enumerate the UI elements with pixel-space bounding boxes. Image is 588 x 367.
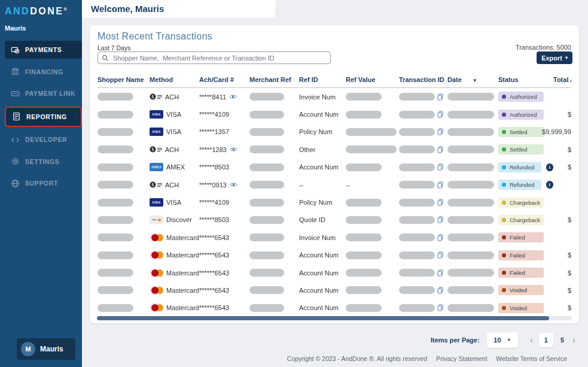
transaction-id-cell — [399, 181, 447, 189]
ach-card-number: ******8503 — [199, 216, 249, 223]
sidebar-item-support[interactable]: SUPPORT — [5, 174, 82, 192]
avatar: M — [21, 342, 35, 356]
merchant-ref-placeholder — [249, 163, 284, 171]
method-label: ACH — [165, 93, 179, 101]
status-label: Failed — [510, 252, 525, 259]
sidebar-item-label: SETTINGS — [25, 158, 59, 165]
table-row[interactable]: VISAVISA******1357Policy NumSettled$9,99… — [90, 123, 571, 141]
sidebar-item-developer[interactable]: DEVELOPER — [5, 131, 82, 148]
copy-icon[interactable] — [437, 146, 443, 153]
privacy-statement-link[interactable]: Privacy Statement — [436, 355, 487, 362]
merchant-ref-placeholder — [249, 286, 284, 294]
table-row[interactable]: Discover******8503Quote IDChargeback$ — [90, 211, 571, 229]
table-row[interactable]: VISAVISA******4109Account NumAuthorized$ — [90, 105, 571, 123]
ach-card-number: *****1283 — [199, 146, 249, 153]
refund-info-icon[interactable]: i — [546, 163, 553, 171]
transaction-id-cell — [399, 199, 447, 207]
copy-icon[interactable] — [437, 181, 443, 189]
ref-id: Invoice Num — [299, 234, 346, 241]
method-label: VISA — [166, 199, 181, 206]
table-row[interactable]: Mastercard******6543Account NumFailed$ — [90, 247, 571, 264]
table-row[interactable]: Mastercard******6543Invoice NumFailed — [90, 229, 571, 246]
method-cell: $ACH — [150, 181, 199, 189]
date-placeholder — [447, 145, 494, 153]
current-page-button[interactable]: 1 — [539, 333, 553, 347]
ref-value — [346, 145, 399, 153]
show-number-eye-icon[interactable] — [230, 182, 237, 187]
shopper-name-placeholder — [98, 128, 133, 136]
previous-page-button[interactable]: ‹ — [526, 335, 537, 345]
card-subtitle: Last 7 Days — [98, 44, 130, 51]
method-label: Mastercard — [166, 304, 199, 311]
items-per-page-select[interactable]: 10 ▼ — [487, 332, 518, 348]
copy-icon[interactable] — [437, 128, 443, 135]
date-placeholder — [447, 111, 494, 119]
copy-icon[interactable] — [437, 111, 443, 118]
amex-icon: AMEX — [150, 163, 163, 171]
table-row[interactable]: Mastercard******6543Account NumFailed$ — [90, 264, 571, 281]
export-button[interactable]: Export ▾ — [537, 51, 572, 64]
method-cell: Mastercard — [150, 250, 199, 260]
status-label: Chargeback — [510, 217, 540, 223]
shopper-name-placeholder — [98, 286, 133, 294]
sidebar-item-financing[interactable]: FINANCING — [5, 63, 82, 81]
copy-icon[interactable] — [437, 251, 443, 259]
sidebar-item-reporting[interactable]: REPORTING — [5, 107, 82, 127]
page-header: Welcome, Mauris — [82, 0, 275, 18]
copy-icon[interactable] — [437, 163, 443, 171]
status-badge: Refunded — [498, 180, 541, 190]
ach-card-number: *****8411 — [199, 93, 249, 101]
method-label: VISA — [166, 128, 181, 135]
table-row[interactable]: Mastercard******6543Account NumVoided$ — [90, 299, 571, 317]
table-row[interactable]: AMEXAMEX******8503Account NumRefundedi$ — [90, 159, 571, 176]
ref-value — [346, 233, 399, 241]
refund-info-icon[interactable]: i — [546, 181, 553, 189]
transaction-id-placeholder — [399, 233, 435, 241]
search-input[interactable] — [112, 54, 330, 62]
copy-icon[interactable] — [437, 234, 443, 241]
show-number-eye-icon[interactable] — [230, 147, 237, 152]
status-label: Authorized — [510, 93, 537, 100]
copy-icon[interactable] — [437, 269, 443, 277]
terms-of-service-link[interactable]: Website Terms of Service — [496, 355, 567, 362]
ach-card-number: ******4109 — [199, 199, 249, 206]
sidebar-item-payment-link[interactable]: PAYMENT LINK — [5, 84, 82, 102]
table-row[interactable]: Mastercard******6543Account NumVoided$ — [90, 281, 571, 299]
date-placeholder — [447, 233, 494, 241]
settings-icon — [11, 157, 20, 166]
copyright-text: Copyright © 2023 - AndDone ®. All rights… — [287, 355, 427, 362]
horizontal-scrollbar-track[interactable] — [97, 316, 572, 320]
sidebar-item-settings[interactable]: SETTINGS — [5, 153, 82, 171]
table-row[interactable]: $ACH*****8411Invoice NumAuthorized — [90, 88, 571, 105]
user-menu[interactable]: M Mauris — [17, 338, 75, 360]
table-row[interactable]: VISAVISA******4109Policy NumChargeback — [90, 193, 571, 211]
method-cell: $ACH — [150, 146, 199, 153]
copy-icon[interactable] — [437, 199, 443, 206]
status-badge: Voided — [498, 285, 544, 295]
copy-icon[interactable] — [437, 93, 443, 101]
ref-id: Account Num — [299, 287, 346, 294]
sidebar-nav: PAYMENTSFINANCINGPAYMENT LINKREPORTINGDE… — [5, 41, 82, 192]
copy-icon[interactable] — [437, 304, 443, 311]
ach-icon: $ — [150, 146, 162, 153]
last-page-button[interactable]: 5 — [560, 336, 564, 344]
next-page-button[interactable]: › — [569, 335, 579, 345]
search-box — [98, 51, 331, 64]
table-row[interactable]: $ACH*****1283OtherSettled$ — [90, 141, 571, 158]
method-label: Mastercard — [166, 234, 199, 241]
copy-icon[interactable] — [437, 287, 443, 294]
ref-id: Account Num — [299, 111, 346, 118]
horizontal-scrollbar-thumb[interactable] — [97, 316, 549, 320]
date-placeholder — [447, 163, 494, 171]
date-placeholder — [447, 286, 494, 294]
date-placeholder — [447, 93, 494, 101]
merchant-ref-placeholder — [249, 216, 284, 224]
sort-descending-icon[interactable]: ▼ — [473, 78, 477, 83]
show-number-eye-icon[interactable] — [229, 94, 237, 99]
transaction-id-placeholder — [399, 163, 435, 171]
copy-icon[interactable] — [437, 216, 443, 223]
merchant-ref-placeholder — [249, 111, 284, 119]
sidebar-item-payments[interactable]: PAYMENTS — [5, 41, 82, 59]
merchant-ref-placeholder — [249, 233, 284, 241]
table-row[interactable]: $ACH*****0913----Refundedi — [90, 176, 571, 193]
